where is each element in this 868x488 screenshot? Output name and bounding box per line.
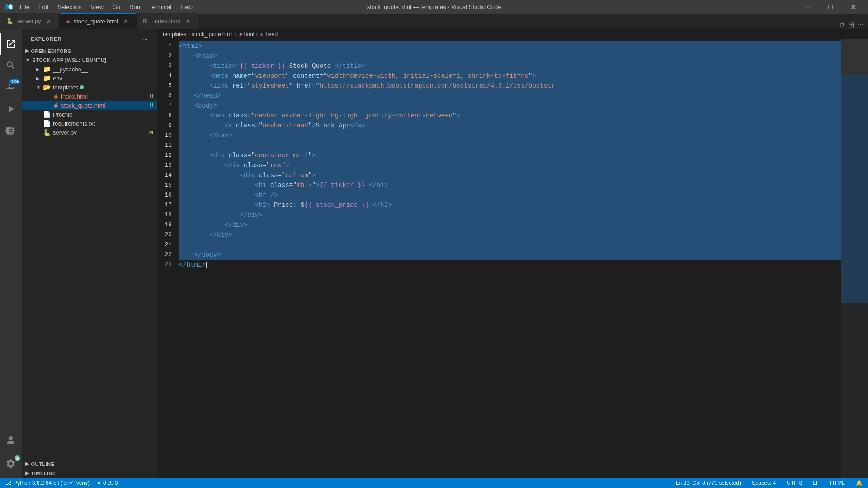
timeline-header[interactable]: ▶ TIMELINE [22,469,157,478]
activity-account[interactable] [0,429,22,451]
sidebar-title: EXPLORER [31,36,62,42]
breadcrumb-html[interactable]: ⊕ html [238,31,255,38]
tree-pycache[interactable]: ▶ 📁 __pycache__ [22,65,157,74]
tab-bar-actions: ⧉ ⊞ ··· [835,20,868,29]
status-bar: ⎇ Python 3.8.2 64-bit ('env': venv) ✕ 0 … [0,478,868,488]
breadcrumb-file[interactable]: stock_quote.html [192,31,233,38]
editor-content[interactable]: 1 <html> 2 <head> 3 <title> {{ ticker }}… [157,39,841,478]
line-num-20: 20 [157,230,179,240]
menu-edit[interactable]: Edit [35,3,52,11]
line-num-13: 13 [157,160,179,170]
activity-explorer[interactable] [0,33,22,55]
line-num-15: 15 [157,180,179,190]
code-line-15: 15 <h1 class="mb-3">{{ ticker }} </h1> [157,180,841,190]
breadcrumb-head[interactable]: ⊕ head [259,31,278,38]
menu-file[interactable]: File [16,3,33,11]
maximize-button[interactable]: □ [820,0,841,14]
extensions-icon [5,125,16,136]
menu-selection[interactable]: Selection [54,3,85,11]
stock-quote-html-badge: U [150,103,153,108]
outline-header[interactable]: ▶ OUTLINE [22,459,157,469]
code-line-7: 7 <body> [157,101,841,111]
more-actions-icon[interactable]: ··· [858,21,863,29]
project-header[interactable]: ▼ STOCK-APP [WSL: UBUNTU] [22,56,157,65]
status-feedback[interactable]: 🔔 [854,480,864,486]
menu-terminal[interactable]: Terminal [146,3,175,11]
server-py-label: server.py [53,129,77,136]
activity-run[interactable] [0,98,22,120]
line-content-7: <body> [179,101,841,111]
minimize-button[interactable]: ─ [797,0,818,14]
line-num-17: 17 [157,200,179,210]
outline-label: OUTLINE [31,461,55,467]
status-branch[interactable]: ⎇ Python 3.8.2 64-bit ('env': venv) [4,480,91,486]
error-count: 0 [103,480,106,486]
layout-icon[interactable]: ⊞ [848,20,854,29]
close-button[interactable]: ✕ [843,0,863,14]
tab-server-py[interactable]: 🐍 server.py × [0,13,60,29]
status-language[interactable]: HTML [828,480,847,486]
code-line-8: 8 <nav class="navbar navbar-light bg-lig… [157,111,841,121]
line-content-17: <h2> Price: ${{ stock_price }} </h2> [179,200,841,210]
tree-requirements[interactable]: 📄 requirements.txt [22,119,157,128]
title-bar: File Edit Selection View Go Run Terminal… [0,0,868,14]
split-editor-icon[interactable]: ⧉ [840,21,844,29]
code-line-21: 21 [157,240,841,250]
menu-run[interactable]: Run [126,3,144,11]
line-content-21 [179,240,841,250]
tab-stock-quote-html-label: stock_quote.html [74,18,118,25]
templates-modified-dot [80,85,84,89]
activity-search[interactable] [0,55,22,76]
activity-extensions[interactable] [0,120,22,141]
code-line-10: 10 </nav> [157,131,841,141]
status-encoding[interactable]: UTF-8 [785,480,804,486]
line-content-5: <link rel="stylesheet" href="https://sta… [179,81,841,91]
open-editors-header[interactable]: ▶ OPEN EDITORS [22,46,157,56]
tab-index-html-close[interactable]: × [184,17,192,25]
tree-env[interactable]: ▶ 📁 env [22,74,157,83]
line-ending-label: LF [813,480,819,486]
status-errors[interactable]: ✕ 0 ⚠ 0 [95,480,119,486]
outline-chevron: ▶ [25,461,29,467]
tree-index-html[interactable]: ◈ index.html U [22,92,157,101]
activity-settings[interactable]: 1 [0,453,22,474]
tree-stock-quote-html[interactable]: ◈ stock_quote.html U [22,101,157,110]
line-content-18: </div> [179,210,841,220]
line-num-21: 21 [157,240,179,250]
line-content-10: </nav> [179,131,841,141]
breadcrumb-templates[interactable]: templates [163,31,186,38]
tab-stock-quote-html-close[interactable]: × [122,17,130,25]
code-line-3: 3 <title> {{ ticker }} Stock Quote </tit… [157,61,841,71]
code-line-20: 20 </div> [157,230,841,240]
tree-procfile[interactable]: 📄 Procfile [22,110,157,119]
code-line-1: 1 <html> [157,41,841,51]
vscode-logo [5,3,13,11]
activity-source-control[interactable]: 1K+ [0,76,22,98]
line-num-1: 1 [157,41,179,51]
project-label: STOCK-APP [WSL: UBUNTU] [32,57,106,63]
cursor-position: Ln 23, Col 8 (770 selected) [676,480,741,486]
git-branch-icon: ⎇ [5,480,12,486]
tab-server-py-close[interactable]: × [45,17,53,25]
new-file-icon[interactable]: ··· [142,35,148,42]
tab-stock-quote-html[interactable]: ◈ stock_quote.html × [60,13,137,29]
index-html-badge: U [150,94,153,99]
status-line-ending[interactable]: LF [811,480,821,486]
menu-help[interactable]: Help [177,3,196,11]
line-num-19: 19 [157,220,179,230]
tree-templates[interactable]: ▼ 📂 templates [22,83,157,92]
index-html-icon: ◈ [54,93,59,100]
line-content-3: <title> {{ ticker }} Stock Quote </title… [179,61,841,71]
minimap-slider[interactable] [841,39,868,75]
menu-go[interactable]: Go [109,3,124,11]
status-spaces[interactable]: Spaces: 4 [750,480,778,486]
open-editors-section: ▶ OPEN EDITORS [22,46,157,56]
menu-view[interactable]: View [87,3,107,11]
status-cursor[interactable]: Ln 23, Col 8 (770 selected) [674,480,743,486]
stock-quote-html-icon: ◈ [54,102,59,109]
line-num-11: 11 [157,141,179,150]
code-line-6: 6 </head> [157,91,841,101]
code-line-2: 2 <head> [157,51,841,61]
tree-server-py[interactable]: 🐍 server.py M [22,128,157,137]
tab-index-html[interactable]: ⊞ index.html × [137,13,198,29]
